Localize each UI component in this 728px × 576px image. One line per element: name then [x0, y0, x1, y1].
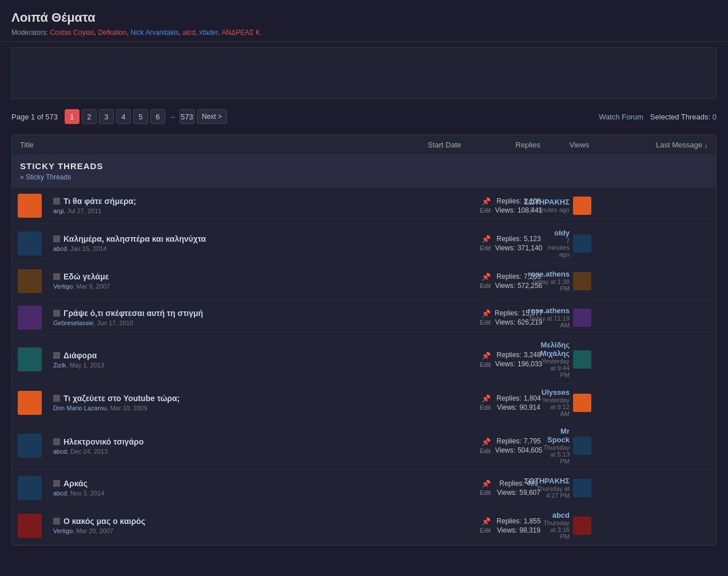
selected-count: 0	[713, 113, 717, 121]
moderators-line: Moderators: Costas Coyias, Defkalion, Ni…	[11, 29, 717, 37]
replies-label: Replies:	[495, 309, 519, 317]
thread-info: Ο κακός μας ο καιρός Vertigo, Mar 20, 20…	[49, 517, 419, 534]
replies-label: Replies:	[496, 437, 521, 445]
mod-link-4[interactable]: alcd	[183, 29, 196, 37]
pagination-bar: Page 1 of 573 1 2 3 4 5 6 → 573 Next > W…	[0, 105, 728, 129]
pin-icon: 📌	[482, 479, 491, 488]
mod-link-1[interactable]: Costas Coyias	[50, 29, 94, 37]
col-replies: Replies	[502, 141, 554, 149]
views-label: Views:	[495, 282, 515, 290]
page-btn-4[interactable]: 4	[116, 109, 131, 124]
last-avatar	[573, 234, 591, 253]
edit-link[interactable]: Edit	[480, 527, 491, 534]
next-button[interactable]: Next >	[197, 109, 227, 124]
table-row: Ηλεκτρονικό τσιγάρο abcd, Dec 24, 2013 📌…	[12, 422, 716, 470]
thread-author[interactable]: Vertigo	[53, 527, 73, 534]
mod-link-2[interactable]: Defkalion	[98, 29, 126, 37]
page-btn-3[interactable]: 3	[99, 109, 114, 124]
thread-author[interactable]: Gebreselassie	[53, 319, 93, 326]
pin-edit-cell: 📌 Edit	[419, 273, 493, 289]
last-avatar	[573, 517, 591, 535]
last-user[interactable]: Μελίδης Μιχάλης	[540, 341, 570, 358]
thread-author[interactable]: Vertigo	[53, 283, 73, 290]
thread-date: Jul 27, 2011	[67, 207, 101, 214]
thread-status-icon	[53, 198, 60, 205]
table-row: Εδώ γελάμε Vertigo, Mar 9, 2007 📌 Edit R…	[12, 263, 716, 299]
page-btn-6[interactable]: 6	[150, 109, 165, 124]
thread-author[interactable]: abcd	[53, 245, 67, 252]
last-user[interactable]: rose.athens	[528, 270, 570, 278]
edit-link[interactable]: Edit	[480, 207, 491, 214]
thread-author[interactable]: Don Mario Lazarou	[53, 405, 107, 411]
mod-link-6[interactable]: ΑΝΔΡΕΑΣ Κ.	[222, 29, 262, 37]
edit-link[interactable]: Edit	[480, 319, 491, 326]
last-user[interactable]: oldy	[547, 229, 570, 237]
replies-label: Replies:	[496, 517, 521, 525]
last-avatar	[573, 309, 591, 327]
page-btn-2[interactable]: 2	[82, 109, 97, 124]
mod-link-3[interactable]: Nick Arvanitakis	[130, 29, 179, 37]
thread-date: Mar 20, 2007	[76, 527, 113, 534]
watch-forum-link[interactable]: Watch Forum	[599, 113, 643, 121]
thread-avatar	[18, 306, 42, 330]
pin-icon: 📌	[482, 394, 491, 403]
views-value: 98,319	[519, 526, 540, 534]
thread-author[interactable]: Zizik	[53, 362, 66, 369]
thread-info: Αρκάς abcd, Nov 3, 2014	[49, 479, 419, 497]
thread-title-link[interactable]: Διάφορα	[63, 351, 97, 360]
last-user[interactable]: ΣΩΤΗΡΑΚΗΣ	[524, 198, 570, 206]
replies-label: Replies:	[496, 273, 521, 281]
pin-icon: 📌	[482, 517, 491, 526]
last-time: Today at 1:38 PM	[528, 278, 570, 292]
thread-title-link[interactable]: Εδώ γελάμε	[63, 272, 109, 281]
thread-title-link[interactable]: Τι θα φάτε σήμερα;	[63, 197, 136, 206]
edit-link[interactable]: Edit	[480, 361, 491, 368]
last-user[interactable]: rose.athens	[528, 306, 570, 315]
thread-title-link[interactable]: Ηλεκτρονικό τσιγάρο	[63, 437, 144, 446]
last-avatar	[573, 350, 591, 369]
page-title: Λοιπά Θέματα	[11, 10, 717, 25]
mod-link-5[interactable]: xfader	[199, 29, 218, 37]
edit-link[interactable]: Edit	[480, 404, 491, 411]
sticky-threads-title: STICKY THREADS	[20, 161, 708, 171]
selected-threads-label: Selected Threads: 0	[650, 113, 717, 121]
pin-icon: 📌	[482, 351, 491, 360]
last-avatar	[573, 272, 591, 290]
thread-date: Nov 3, 2014	[70, 490, 104, 497]
thread-title-link[interactable]: Ο κακός μας ο καιρός	[63, 517, 145, 526]
last-message: Ulysses Yesterday at 9:12 AM	[544, 388, 596, 417]
thread-author[interactable]: argi	[53, 207, 63, 214]
thread-list: Τι θα φάτε σήμερα; argi, Jul 27, 2011 📌 …	[12, 187, 716, 545]
thread-title-link[interactable]: Αρκάς	[63, 479, 87, 488]
thread-title-link[interactable]: Τι χαζεύετε στο Youtube τώρα;	[63, 394, 180, 403]
thread-title-link[interactable]: Καλημέρα, καλησπέρα και καληνύχτα	[63, 234, 206, 243]
table-row: Τι χαζεύετε στο Youtube τώρα; Don Mario …	[12, 383, 716, 422]
last-user[interactable]: Mr Spock	[543, 427, 570, 444]
table-row: Καλημέρα, καλησπέρα και καληνύχτα abcd, …	[12, 224, 716, 263]
thread-author[interactable]: abcd	[53, 490, 67, 497]
page-btn-5[interactable]: 5	[133, 109, 148, 124]
replies-label: Replies:	[496, 351, 521, 359]
last-user[interactable]: abcd	[543, 511, 570, 519]
edit-link[interactable]: Edit	[480, 489, 491, 496]
edit-link[interactable]: Edit	[480, 245, 491, 251]
thread-meta: argi, Jul 27, 2011	[53, 207, 414, 214]
last-time: 7 minutes ago	[547, 237, 570, 258]
edit-link[interactable]: Edit	[480, 447, 491, 454]
last-user[interactable]: Ulysses	[542, 388, 570, 397]
col-title: Title	[20, 141, 428, 149]
page-btn-1[interactable]: 1	[65, 109, 79, 124]
thread-author[interactable]: abcd	[53, 448, 67, 455]
last-avatar	[573, 197, 591, 215]
last-time: Yesterday at 9:12 AM	[542, 397, 570, 417]
pin-edit-cell: 📌 Edit	[419, 517, 493, 534]
last-time: Today at 11:19 AM	[528, 315, 570, 329]
last-message: Mr Spock Thursday at 5:13 PM	[544, 427, 596, 465]
last-avatar	[573, 437, 591, 455]
thread-title-link[interactable]: Γράψε ό,τι σκέφτεσαι αυτή τη στιγμή	[63, 309, 203, 318]
thread-meta: Vertigo, Mar 20, 2007	[53, 527, 414, 534]
last-user[interactable]: ΣΩΤΗΡΑΚΗΣ	[524, 477, 570, 485]
page-btn-last[interactable]: 573	[180, 109, 194, 124]
pin-edit-cell: 📌 Edit	[419, 309, 493, 326]
edit-link[interactable]: Edit	[480, 282, 491, 289]
